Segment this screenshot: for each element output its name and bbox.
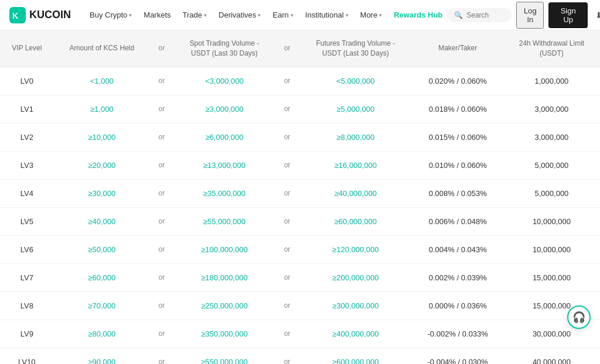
- cell-spot: ≥180,000,000: [173, 263, 275, 291]
- cell-or-1: or: [150, 123, 173, 151]
- nav-earn[interactable]: Earn ▾: [268, 7, 298, 23]
- cell-withdrawal: 5,000,000: [503, 179, 600, 207]
- cell-kcs: ≥60,000: [54, 263, 150, 291]
- cell-spot: ≥250,000,000: [173, 291, 275, 320]
- cell-or-1: or: [150, 67, 173, 95]
- cell-vip-level: LV2: [0, 123, 54, 151]
- cell-maker-taker: 0.010% / 0.060%: [412, 151, 503, 179]
- col-or-2: or: [275, 30, 299, 67]
- table-row: LV10 ≥90,000 or ≥550,000,000 or ≥600,000…: [0, 348, 600, 364]
- cell-vip-level: LV6: [0, 235, 54, 263]
- nav-trade[interactable]: Trade ▾: [178, 7, 212, 23]
- cell-futures: ≥400,000,000: [299, 320, 412, 348]
- col-futures-vol: Futures Trading Volume -USDT (Last 30 Da…: [299, 30, 412, 67]
- cell-spot: <3,000,000: [173, 67, 275, 95]
- search-icon: 🔍: [454, 11, 463, 19]
- cell-kcs: ≥1,000: [54, 95, 150, 123]
- cell-vip-level: LV9: [0, 320, 54, 348]
- cell-maker-taker: 0.018% / 0.060%: [412, 95, 503, 123]
- cell-maker-taker: 0.000% / 0.036%: [412, 291, 503, 320]
- cell-withdrawal: 1,000,000: [503, 67, 600, 95]
- col-withdrawal: 24h Withdrawal Limit(USDT): [503, 30, 600, 67]
- table-row: LV2 ≥10,000 or ≥6,000,000 or ≥8,000,000 …: [0, 123, 600, 151]
- cell-maker-taker: 0.004% / 0.043%: [412, 235, 503, 263]
- cell-kcs: ≥80,000: [54, 320, 150, 348]
- col-spot-vol: Spot Trading Volume -USDT (Last 30 Days): [173, 30, 275, 67]
- cell-withdrawal: 3,000,000: [503, 123, 600, 151]
- cell-spot: ≥6,000,000: [173, 123, 275, 151]
- nav-items: Buy Crypto ▾ Markets Trade ▾ Derivatives…: [85, 7, 447, 23]
- cell-or-2: or: [275, 320, 299, 348]
- cell-kcs: ≥90,000: [54, 348, 150, 364]
- cell-kcs: ≥40,000: [54, 207, 150, 235]
- cell-maker-taker: 0.015% / 0.060%: [412, 123, 503, 151]
- cell-or-2: or: [275, 291, 299, 320]
- cell-withdrawal: 5,000,000: [503, 151, 600, 179]
- cell-or-1: or: [150, 151, 173, 179]
- table-row: LV9 ≥80,000 or ≥350,000,000 or ≥400,000,…: [0, 320, 600, 348]
- cell-kcs: ≥20,000: [54, 151, 150, 179]
- nav-institutional[interactable]: Institutional ▾: [301, 7, 353, 23]
- table-header-row: VIP Level Amount of KCS Held or Spot Tra…: [0, 30, 600, 67]
- cell-vip-level: LV3: [0, 151, 54, 179]
- nav-markets[interactable]: Markets: [139, 7, 175, 23]
- cell-or-1: or: [150, 320, 173, 348]
- cell-maker-taker: -0.004% / 0.030%: [412, 348, 503, 364]
- nav-derivatives[interactable]: Derivatives ▾: [214, 7, 265, 23]
- cell-or-1: or: [150, 235, 173, 263]
- cell-futures: ≥40,000,000: [299, 179, 412, 207]
- col-vip-level: VIP Level: [0, 30, 54, 67]
- signup-button[interactable]: Sign Up: [548, 2, 588, 28]
- cell-futures: ≥600,000,000: [299, 348, 412, 364]
- cell-or-2: or: [275, 235, 299, 263]
- cell-withdrawal: 10,000,000: [503, 207, 600, 235]
- cell-vip-level: LV1: [0, 95, 54, 123]
- chevron-down-icon: ▾: [129, 12, 132, 18]
- cell-or-1: or: [150, 95, 173, 123]
- table-row: LV6 ≥50,000 or ≥100,000,000 or ≥120,000,…: [0, 235, 600, 263]
- table-container: VIP Level Amount of KCS Held or Spot Tra…: [0, 30, 600, 364]
- chevron-down-icon: ▾: [379, 12, 382, 18]
- table-row: LV1 ≥1,000 or ≥3,000,000 or ≥5,000,000 0…: [0, 95, 600, 123]
- cell-futures: ≥5,000,000: [299, 95, 412, 123]
- cell-vip-level: LV0: [0, 67, 54, 95]
- cell-vip-level: LV7: [0, 263, 54, 291]
- col-kcs-held: Amount of KCS Held: [54, 30, 150, 67]
- nav-rewards-hub[interactable]: Rewards Hub: [389, 7, 447, 23]
- nav-buy-crypto[interactable]: Buy Crypto ▾: [85, 7, 137, 23]
- col-maker-taker: Maker/Taker: [412, 30, 503, 67]
- cell-or-1: or: [150, 263, 173, 291]
- svg-text:K: K: [12, 11, 18, 20]
- cell-maker-taker: 0.020% / 0.060%: [412, 67, 503, 95]
- search-box[interactable]: 🔍: [447, 8, 512, 22]
- table-row: LV7 ≥60,000 or ≥180,000,000 or ≥200,000,…: [0, 263, 600, 291]
- cell-or-2: or: [275, 95, 299, 123]
- cell-vip-level: LV8: [0, 291, 54, 320]
- logo[interactable]: K KUCOIN: [9, 7, 71, 23]
- cell-vip-level: LV4: [0, 179, 54, 207]
- login-button[interactable]: Log In: [516, 2, 544, 29]
- cell-withdrawal: 15,000,000: [503, 263, 600, 291]
- nav-more[interactable]: More ▾: [356, 7, 387, 23]
- cell-spot: ≥55,000,000: [173, 207, 275, 235]
- cell-or-2: or: [275, 207, 299, 235]
- cell-or-1: or: [150, 207, 173, 235]
- search-input[interactable]: [466, 11, 507, 19]
- chat-button[interactable]: 🎧: [567, 305, 591, 329]
- cell-spot: ≥100,000,000: [173, 235, 275, 263]
- cell-or-2: or: [275, 67, 299, 95]
- cell-spot: ≥350,000,000: [173, 320, 275, 348]
- cell-withdrawal: 3,000,000: [503, 95, 600, 123]
- cell-or-2: or: [275, 179, 299, 207]
- download-icon[interactable]: ⬇: [592, 7, 600, 23]
- cell-futures: ≥16,000,000: [299, 151, 412, 179]
- chevron-down-icon: ▾: [204, 12, 207, 18]
- table-row: LV3 ≥20,000 or ≥13,000,000 or ≥16,000,00…: [0, 151, 600, 179]
- vip-table: VIP Level Amount of KCS Held or Spot Tra…: [0, 30, 600, 364]
- cell-spot: ≥13,000,000: [173, 151, 275, 179]
- cell-maker-taker: 0.002% / 0.039%: [412, 263, 503, 291]
- cell-kcs: ≥50,000: [54, 235, 150, 263]
- cell-maker-taker: -0.002% / 0.033%: [412, 320, 503, 348]
- cell-vip-level: LV10: [0, 348, 54, 364]
- cell-or-2: or: [275, 263, 299, 291]
